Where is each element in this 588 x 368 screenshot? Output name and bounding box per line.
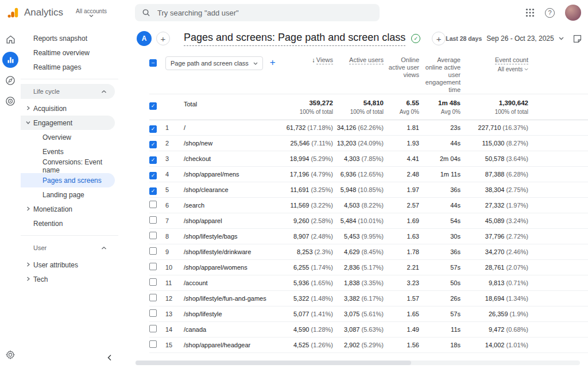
admin-gear-icon[interactable] bbox=[5, 350, 16, 360]
collapse-section-icon bbox=[101, 246, 107, 250]
scrollbar-thumb[interactable] bbox=[136, 361, 411, 365]
sidebar-item-retention[interactable]: Retention bbox=[21, 216, 115, 231]
sidebar-item-conversions-event-name[interactable]: Conversions: Event name bbox=[21, 159, 115, 173]
user-avatar[interactable] bbox=[565, 5, 581, 21]
page-path: /shop/clearance bbox=[184, 186, 276, 193]
sidebar-item-reports-snapshot[interactable]: Reports snapshot bbox=[21, 31, 115, 45]
active-users-value: 1,838 (3.35%) bbox=[333, 279, 384, 286]
column-header-active-users[interactable]: Active users bbox=[333, 56, 384, 64]
page-path: /shop/lifestyle bbox=[184, 310, 276, 317]
row-number: 10 bbox=[165, 264, 184, 271]
active-users-value: 13,203 (24.09%) bbox=[333, 140, 384, 147]
sidebar-item-realtime-pages[interactable]: Realtime pages bbox=[21, 60, 115, 74]
page-path: /shop/lifestyle/drinkware bbox=[184, 248, 276, 255]
sidebar-item-acquisition[interactable]: Acquisition bbox=[21, 101, 115, 116]
select-all-checkbox[interactable]: – bbox=[149, 59, 157, 67]
row-checkbox[interactable] bbox=[149, 232, 157, 239]
event-count-value: 34,270 (2.46%) bbox=[461, 248, 528, 255]
page-path: /search bbox=[184, 202, 276, 209]
total-label: Total bbox=[184, 99, 276, 108]
home-icon[interactable] bbox=[2, 31, 18, 47]
apps-grid-icon[interactable] bbox=[525, 8, 535, 17]
chevron-down-icon bbox=[559, 37, 564, 40]
online-views-value: 1.57 bbox=[384, 295, 419, 302]
online-views-value: 2.57 bbox=[384, 202, 419, 209]
sidebar-item-monetization[interactable]: Monetization bbox=[21, 202, 115, 216]
table-row: 6/search11,569 (3.22%)4,503 (8.22%)2.574… bbox=[149, 198, 588, 213]
engagement-time-value: 2m 04s bbox=[419, 155, 461, 162]
analytics-logo[interactable]: Analytics bbox=[0, 6, 63, 19]
collapse-sidebar-icon[interactable] bbox=[107, 354, 113, 361]
row-checkbox[interactable] bbox=[149, 247, 157, 255]
add-comparison-button[interactable]: + bbox=[156, 32, 170, 45]
online-views-value: 4.41 bbox=[384, 155, 419, 162]
row-checkbox[interactable] bbox=[149, 216, 157, 224]
event-count-filter[interactable]: All events bbox=[461, 66, 528, 73]
horizontal-scrollbar[interactable] bbox=[136, 361, 580, 365]
total-row-checkbox[interactable]: ✓ bbox=[149, 102, 157, 110]
explore-icon[interactable] bbox=[2, 72, 18, 89]
advertising-icon[interactable] bbox=[2, 93, 18, 109]
row-checkbox[interactable] bbox=[149, 309, 157, 317]
property-avatar[interactable]: A bbox=[137, 31, 152, 46]
sidebar-item-pages-and-screens[interactable]: Pages and screens bbox=[21, 173, 115, 187]
engagement-time-value: 11s bbox=[419, 326, 461, 333]
row-checkbox[interactable] bbox=[149, 201, 157, 208]
search-bar[interactable] bbox=[135, 4, 380, 21]
active-users-value: 2,836 (5.17%) bbox=[333, 264, 384, 271]
sidebar-item-tech[interactable]: Tech bbox=[21, 272, 115, 286]
dimension-selector[interactable]: Page path and screen class bbox=[165, 56, 263, 70]
add-report-button[interactable]: + bbox=[432, 32, 446, 45]
active-users-value: 5,948 (10.85%) bbox=[333, 186, 384, 193]
notes-icon[interactable] bbox=[572, 34, 582, 44]
add-dimension-button[interactable]: + bbox=[270, 56, 276, 69]
event-count-value: 9,813 (0.71%) bbox=[461, 279, 528, 286]
row-checkbox[interactable] bbox=[149, 325, 157, 332]
row-checkbox[interactable]: ✓ bbox=[149, 187, 157, 195]
online-views-value: 1.49 bbox=[384, 326, 419, 333]
row-checkbox[interactable]: ✓ bbox=[149, 141, 157, 148]
column-header-avg-engagement-time[interactable]: Average online active user engagement ti… bbox=[419, 56, 461, 94]
event-count-value: 28,761 (2.07%) bbox=[461, 264, 528, 271]
search-input[interactable] bbox=[156, 8, 373, 18]
views-value: 4,525 (1.26%) bbox=[276, 342, 333, 348]
row-checkbox[interactable] bbox=[149, 263, 157, 270]
nav-rail bbox=[0, 25, 21, 368]
sidebar-item-realtime-overview[interactable]: Realtime overview bbox=[21, 45, 115, 60]
event-count-value: 50,578 (3.64%) bbox=[461, 155, 528, 162]
active-users-value: 5,453 (9.95%) bbox=[333, 233, 384, 240]
sidebar-section-user[interactable]: User bbox=[21, 240, 115, 255]
row-checkbox[interactable]: ✓ bbox=[149, 125, 157, 133]
help-icon[interactable]: ? bbox=[545, 8, 555, 18]
row-checkbox[interactable]: ✓ bbox=[149, 172, 157, 179]
sidebar-item-landing-page[interactable]: Landing page bbox=[21, 187, 115, 202]
views-value: 4,590 (1.28%) bbox=[276, 326, 333, 333]
views-value: 6,255 (1.74%) bbox=[276, 264, 333, 271]
engagement-time-value: 36s bbox=[419, 186, 461, 193]
row-checkbox[interactable] bbox=[149, 340, 157, 348]
row-checkbox[interactable] bbox=[149, 294, 157, 301]
report-title[interactable]: Pages and screens: Page path and screen … bbox=[184, 32, 405, 46]
column-header-event-count[interactable]: Event count All events bbox=[461, 56, 528, 73]
sidebar-item-user-attributes[interactable]: User attributes bbox=[21, 258, 115, 272]
page-path: /checkout bbox=[184, 155, 276, 162]
column-header-online-active-user-views[interactable]: Online active user views bbox=[384, 56, 419, 79]
reports-icon[interactable] bbox=[2, 52, 18, 68]
column-header-views[interactable]: ↓Views bbox=[276, 56, 333, 64]
event-count-value: 87,388 (6.28%) bbox=[461, 171, 528, 178]
date-range-picker[interactable]: Last 28 days Sep 26 - Oct 23, 2025 bbox=[446, 34, 563, 43]
row-checkbox[interactable]: ✓ bbox=[149, 156, 157, 164]
sidebar-item-overview[interactable]: Overview bbox=[21, 130, 115, 144]
views-value: 5,322 (1.48%) bbox=[276, 295, 333, 302]
row-number: 12 bbox=[165, 295, 184, 302]
event-count-value: 38,304 (2.75%) bbox=[461, 186, 528, 193]
row-checkbox[interactable] bbox=[149, 278, 157, 286]
analytics-logo-icon bbox=[7, 6, 20, 19]
account-switcher[interactable]: All accounts bbox=[76, 8, 107, 17]
views-value: 11,691 (3.25%) bbox=[276, 186, 333, 193]
sidebar-item-engagement[interactable]: Engagement bbox=[21, 116, 115, 130]
sidebar-section-life-cycle[interactable]: Life cycle bbox=[21, 84, 115, 99]
row-number: 14 bbox=[165, 326, 184, 333]
sidebar-item-events[interactable]: Events bbox=[21, 144, 115, 159]
table-row: 9/shop/lifestyle/drinkware8,253 (2.3%)4,… bbox=[149, 244, 588, 260]
